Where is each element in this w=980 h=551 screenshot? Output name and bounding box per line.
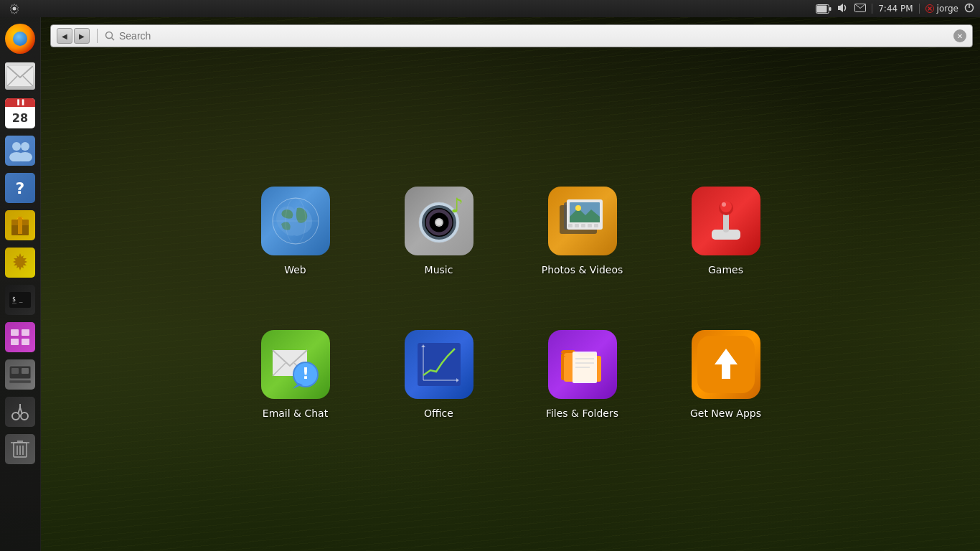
system-menu-button[interactable] (6, 0, 23, 17)
svg-rect-62 (575, 224, 579, 227)
topbar-left (6, 0, 23, 17)
sidebar-item-people[interactable] (3, 133, 37, 168)
photos-label: Photos & Videos (542, 264, 623, 276)
help-icon: ? (5, 173, 35, 203)
settings-icon (5, 248, 35, 278)
app-item-games[interactable]: Games (658, 166, 794, 296)
mail-icon (5, 62, 35, 90)
svg-rect-27 (22, 339, 29, 345)
calendar-icon: ▐▐ 28 (5, 98, 35, 128)
sidebar-item-screenshot[interactable] (3, 395, 37, 429)
app-item-music[interactable]: ♪ Music (371, 166, 507, 296)
topbar-right: 7:44 PM jorge (816, 3, 974, 15)
sidebar-item-help[interactable]: ? (3, 171, 37, 205)
sidebar-item-terminal[interactable]: $ _ ◀ (3, 283, 37, 317)
clock: 7:44 PM (878, 4, 913, 14)
scissors-icon (5, 397, 35, 427)
people-icon (5, 136, 35, 166)
firefox-icon (5, 24, 35, 54)
svg-rect-65 (594, 224, 598, 227)
package-icon (5, 210, 35, 240)
svg-line-44 (112, 38, 115, 41)
svg-point-70 (722, 202, 726, 207)
svg-point-43 (106, 32, 113, 39)
sidebar-item-windows[interactable] (3, 357, 37, 392)
files-label: Files & Folders (546, 408, 618, 419)
terminal-icon: $ _ (5, 285, 35, 315)
windows-icon (5, 359, 35, 390)
app-item-photos[interactable]: Photos & Videos (514, 166, 651, 296)
volume-indicator[interactable] (837, 3, 849, 15)
username-label: jorge (937, 4, 958, 14)
svg-point-16 (21, 142, 29, 151)
app-item-office[interactable]: Office (371, 310, 507, 439)
svg-rect-26 (11, 339, 19, 345)
svg-point-0 (13, 7, 17, 11)
music-icon: ♪ (405, 187, 473, 255)
search-input[interactable] (119, 30, 949, 42)
search-navigation: ◀ ▶ (57, 28, 90, 44)
app-item-files[interactable]: Files & Folders (514, 310, 651, 439)
games-label: Games (708, 264, 743, 276)
svg-rect-24 (11, 329, 19, 336)
svg-point-69 (720, 201, 732, 212)
svg-rect-31 (22, 368, 29, 374)
email-icon: ! (261, 330, 330, 399)
svg-text:$ _: $ _ (12, 296, 23, 303)
sidebar-item-settings[interactable] (3, 245, 37, 280)
email-label: Email & Chat (263, 408, 328, 419)
app-item-web[interactable]: Web (227, 166, 364, 296)
svg-rect-20 (18, 217, 22, 234)
sidebar-item-trash[interactable] (3, 432, 37, 466)
office-icon (405, 330, 473, 399)
office-label: Office (424, 408, 453, 419)
svg-text:!: ! (302, 364, 309, 382)
svg-rect-63 (581, 224, 585, 227)
sidebar: ▐▐ 28 ? (0, 17, 41, 551)
search-forward-button[interactable]: ▶ (74, 28, 90, 44)
user-menu[interactable]: jorge (925, 4, 958, 14)
svg-rect-64 (588, 224, 592, 227)
getnew-icon (692, 330, 760, 399)
svg-rect-2 (817, 5, 827, 12)
search-icon (105, 31, 115, 41)
sidebar-item-firefox[interactable] (3, 22, 37, 56)
svg-rect-61 (568, 224, 573, 227)
sidebar-item-softwaremanager[interactable] (3, 208, 37, 242)
power-button[interactable] (964, 3, 974, 15)
app-item-getnew[interactable]: Get New Apps (658, 310, 794, 439)
main-content: Web ♪ Music (41, 54, 980, 551)
apps-grid: Web ♪ Music (227, 166, 794, 439)
files-icon (548, 330, 617, 399)
svg-rect-25 (22, 329, 29, 336)
sidebar-item-calendar[interactable]: ▐▐ 28 (3, 96, 37, 131)
battery-indicator (816, 4, 831, 14)
svg-rect-30 (11, 368, 19, 374)
search-clear-button[interactable]: ✕ (953, 29, 966, 42)
sidebar-item-mail[interactable] (3, 59, 37, 93)
getnew-label: Get New Apps (690, 408, 761, 419)
search-back-button[interactable]: ◀ (57, 28, 72, 44)
web-icon (261, 187, 330, 255)
photos-icon (548, 187, 617, 255)
workspaces-icon (5, 322, 35, 352)
games-icon (692, 187, 760, 255)
svg-line-35 (20, 408, 22, 414)
svg-text:♪: ♪ (451, 194, 463, 217)
sidebar-item-workspaces[interactable] (3, 320, 37, 354)
svg-marker-4 (838, 4, 843, 12)
searchbar-container: ◀ ▶ ✕ (50, 24, 973, 47)
svg-point-54 (436, 220, 442, 225)
app-item-email[interactable]: ! Email & Chat (227, 310, 364, 439)
mail-notification[interactable] (854, 4, 866, 14)
separator2 (919, 4, 920, 14)
trash-icon (5, 434, 35, 464)
svg-rect-3 (829, 7, 831, 11)
search-divider (97, 29, 98, 43)
music-label: Music (425, 264, 453, 276)
searchbar: ◀ ▶ ✕ (50, 24, 973, 47)
topbar: 7:44 PM jorge (0, 0, 980, 17)
svg-rect-29 (9, 380, 31, 383)
svg-point-60 (575, 205, 581, 211)
web-label: Web (284, 264, 306, 276)
